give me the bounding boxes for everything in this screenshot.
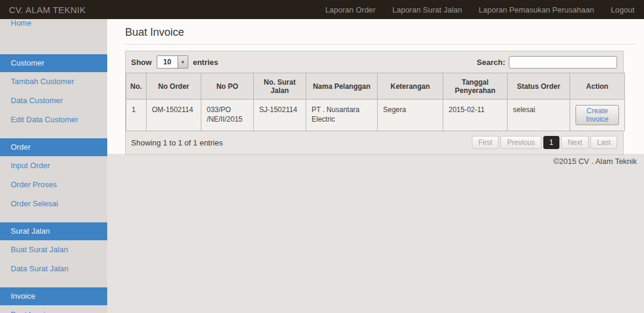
sidebar-item-input-order[interactable]: Input Order: [0, 156, 107, 175]
pagination-last-button[interactable]: Last: [590, 136, 617, 149]
search-control: Search:: [477, 56, 617, 69]
column-header-keterangan: Keterangan: [378, 73, 443, 100]
main-content: Buat Invoice Show 10 ▼ entries Search: N…: [107, 19, 644, 154]
pagination: First Previous 1 Next Last: [472, 136, 617, 149]
brand-title[interactable]: CV. ALAM TEKNIK: [0, 5, 86, 15]
chevron-down-icon: ▼: [178, 56, 188, 68]
sidebar-item-order-selesai[interactable]: Order Selesai: [0, 194, 107, 213]
sidebar-item-order-proses[interactable]: Order Proses: [0, 175, 107, 194]
cell-status-order: selesai: [508, 100, 570, 131]
column-header-no-order: No Order: [147, 73, 201, 100]
cell-keterangan: Segera: [378, 100, 443, 131]
nav-item-laporan-surat-jalan[interactable]: Laporan Surat Jalan: [384, 0, 470, 19]
table-header-row: No. No Order No PO No. Surat Jalan Nama …: [126, 73, 625, 100]
create-invoice-button[interactable]: Create Invoice: [575, 105, 619, 125]
page-title: Buat Invoice: [125, 26, 636, 45]
column-header-nama-pelanggan: Nama Pelanggan: [306, 73, 378, 100]
invoice-table: No. No Order No PO No. Surat Jalan Nama …: [126, 73, 625, 131]
pagination-next-button[interactable]: Next: [561, 136, 589, 149]
entries-label: entries: [193, 58, 219, 67]
sidebar-item-edit-data-customer[interactable]: Edit Data Customer: [0, 110, 107, 129]
column-header-tanggal-penyerahan: Tanggal Penyerahan: [443, 73, 508, 100]
copyright-text: ©2015 CV . Alam Teknik: [553, 157, 637, 166]
column-header-action: Action: [570, 73, 625, 100]
table-row: 1 OM-1502114 033/PO /NE/II/2015 SJ-15021…: [126, 100, 625, 131]
cell-no-surat-jalan: SJ-1502114: [254, 100, 306, 131]
show-label: Show: [131, 58, 152, 67]
column-header-status-order: Status Order: [508, 73, 570, 100]
sidebar-header-invoice[interactable]: Invoice: [0, 287, 107, 305]
search-input[interactable]: [509, 56, 617, 69]
cell-no-po: 033/PO /NE/II/2015: [201, 100, 254, 131]
datatable-footer: Showing 1 to 1 of 1 entries First Previo…: [126, 131, 623, 154]
sidebar-item-tambah-customer[interactable]: Tambah Customer: [0, 72, 107, 91]
sidebar-item-data-surat-jalan[interactable]: Data Surat Jalan: [0, 259, 107, 278]
nav-item-laporan-order[interactable]: Laporan Order: [317, 0, 384, 19]
search-label: Search:: [477, 58, 505, 67]
sidebar-item-data-customer[interactable]: Data Customer: [0, 91, 107, 110]
pagination-first-button[interactable]: First: [472, 136, 499, 149]
sidebar-item-buat-invoice[interactable]: Buat Invoice: [0, 305, 107, 313]
navbar-links: Laporan Order Laporan Surat Jalan Lapora…: [317, 0, 644, 19]
pagination-current-page-button[interactable]: 1: [543, 136, 559, 149]
nav-item-logout[interactable]: Logout: [602, 0, 644, 19]
sidebar-header-customer[interactable]: Customer: [0, 54, 107, 72]
page-length-value: 10: [157, 56, 178, 68]
page-length-select[interactable]: 10 ▼: [157, 55, 188, 69]
pagination-previous-button[interactable]: Previous: [500, 136, 542, 149]
cell-tanggal-penyerahan: 2015-02-11: [443, 100, 508, 131]
datatable-controls: Show 10 ▼ entries Search:: [126, 51, 623, 73]
cell-no-order: OM-1502114: [147, 100, 201, 131]
sidebar-header-surat-jalan[interactable]: Surat Jalan: [0, 222, 107, 240]
cell-no: 1: [126, 100, 147, 131]
column-header-no-surat-jalan: No. Surat Jalan: [254, 73, 306, 100]
table-info-text: Showing 1 to 1 of 1 entries: [131, 138, 223, 147]
column-header-no-po: No PO: [201, 73, 254, 100]
sidebar: Home Customer Tambah Customer Data Custo…: [0, 19, 107, 313]
cell-nama-pelanggan: PT . Nusantara Electric: [306, 100, 378, 131]
sidebar-item-home[interactable]: Home: [0, 19, 107, 33]
sidebar-item-buat-surat-jalan[interactable]: Buat Surat Jalan: [0, 240, 107, 259]
datatable-panel: Show 10 ▼ entries Search: No. No Order N…: [125, 51, 624, 155]
sidebar-header-order[interactable]: Order: [0, 138, 107, 156]
cell-action: Create Invoice: [570, 100, 625, 131]
page-length-control: Show 10 ▼ entries: [131, 55, 218, 69]
column-header-no: No.: [126, 73, 147, 100]
nav-item-laporan-pemasukan-perusahaan[interactable]: Laporan Pemasukan Perusahaan: [471, 0, 603, 19]
top-navbar: CV. ALAM TEKNIK Laporan Order Laporan Su…: [0, 0, 644, 19]
